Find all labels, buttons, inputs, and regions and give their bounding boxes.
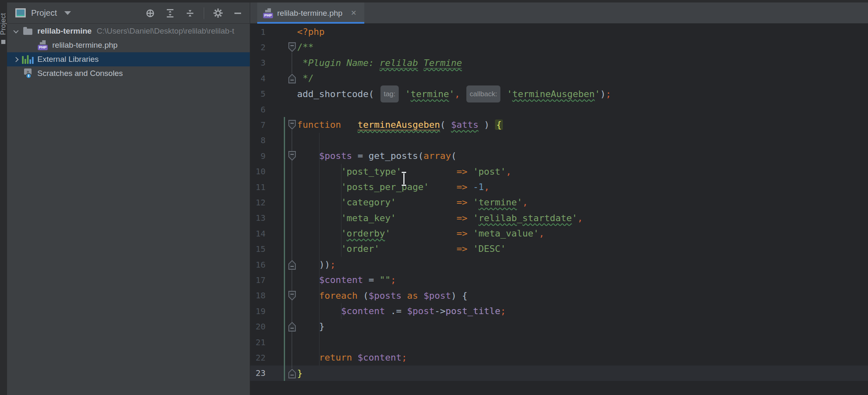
line-number: 7 xyxy=(250,120,266,130)
code-line[interactable]: 4 */ xyxy=(250,71,868,86)
scratches-icon: » xyxy=(23,68,33,78)
code-line[interactable]: 23} xyxy=(250,366,868,381)
code-line[interactable]: 20 } xyxy=(250,319,868,334)
editor-tab-bar: PHP relilab-termine.php ✕ xyxy=(250,2,868,24)
php-file-icon: PHP xyxy=(38,40,48,50)
minus-icon xyxy=(232,8,243,19)
crosshair-icon xyxy=(145,8,156,19)
code-line[interactable]: 19 $content .= $post->post_title; xyxy=(250,303,868,319)
tool-window-bar: Project xyxy=(0,2,7,395)
code-line[interactable]: 14 'orderby' => 'meta_value', xyxy=(250,226,868,241)
line-number: 19 xyxy=(250,306,266,316)
tree-item-label: External Libraries xyxy=(37,55,99,64)
hide-panel-button[interactable] xyxy=(232,7,244,20)
chevron-down-icon[interactable] xyxy=(64,11,71,15)
code-line[interactable]: 11 'posts_per_page' => -1, xyxy=(250,179,868,195)
collapse-all-button[interactable] xyxy=(184,7,196,20)
libraries-icon xyxy=(22,55,34,64)
project-view-selector[interactable]: Project xyxy=(31,8,57,18)
project-view-icon xyxy=(15,8,26,17)
line-number: 4 xyxy=(250,73,266,83)
code-text: return $content; xyxy=(297,350,407,365)
code-text: 'posts_per_page' => -1, xyxy=(297,179,490,195)
code-line[interactable]: 12 'category' => 'termine', xyxy=(250,195,868,210)
fold-start-icon[interactable] xyxy=(288,290,296,301)
code-line[interactable]: 2/** xyxy=(250,39,868,55)
line-number: 2 xyxy=(250,42,266,52)
tool-window-square-icon xyxy=(1,40,5,44)
tab-label: relilab-termine.php xyxy=(277,9,342,18)
close-icon[interactable]: ✕ xyxy=(351,9,356,17)
project-panel-header: Project xyxy=(7,2,250,24)
code-text: 'order' => 'DESC' xyxy=(297,241,506,256)
locate-file-button[interactable] xyxy=(144,7,156,20)
gear-icon xyxy=(212,7,224,19)
line-number: 6 xyxy=(250,105,266,115)
project-panel: Project xyxy=(7,2,250,395)
expand-all-icon xyxy=(165,8,176,19)
tool-window-tab-project[interactable]: Project xyxy=(0,13,7,35)
code-line[interactable]: 17 $content = ""; xyxy=(250,272,868,288)
code-line[interactable]: 22 return $content; xyxy=(250,350,868,365)
line-number: 18 xyxy=(250,290,266,300)
code-line[interactable]: 13 'meta_key' => 'relilab_startdate', xyxy=(250,210,868,226)
tree-item-icon-wrap: » xyxy=(22,68,34,78)
tree-item-icon-wrap xyxy=(22,27,34,35)
line-number: 8 xyxy=(250,135,266,145)
code-text: <?php xyxy=(297,24,324,39)
fold-start-icon[interactable] xyxy=(288,119,296,130)
code-line[interactable]: 18 foreach ($posts as $post) { xyxy=(250,288,868,303)
fold-end-icon[interactable] xyxy=(288,73,296,84)
line-number: 14 xyxy=(250,229,266,239)
fold-end-icon[interactable] xyxy=(288,321,296,332)
code-line[interactable]: 16 )); xyxy=(250,257,868,272)
tree-item-relilab-termine[interactable]: relilab-termineC:\Users\Daniel\Desktop\r… xyxy=(7,24,250,38)
tree-item-label: Scratches and Consoles xyxy=(37,69,123,78)
code-line[interactable]: 5add_shortcode( tag: 'termine', callback… xyxy=(250,86,868,102)
chevron-right-icon[interactable] xyxy=(10,58,22,61)
project-panel-toolbar xyxy=(144,2,244,24)
indent-guide xyxy=(341,164,341,257)
code-line[interactable]: 9 $posts = get_posts(array( xyxy=(250,148,868,163)
chevron-down-icon[interactable] xyxy=(10,29,22,33)
php-file-icon: PHP xyxy=(263,8,273,18)
code-line[interactable]: 6 xyxy=(250,102,868,117)
code-line[interactable]: 7function termineAusgeben( $atts ) { xyxy=(250,117,868,132)
fold-start-icon[interactable] xyxy=(288,42,296,53)
fold-end-icon[interactable] xyxy=(288,259,296,270)
code-text: $content = ""; xyxy=(297,272,396,288)
code-line[interactable]: 21 xyxy=(250,334,868,350)
settings-button[interactable] xyxy=(212,7,224,20)
line-number: 5 xyxy=(250,89,266,99)
tree-item-relilab-termine-php[interactable]: PHPrelilab-termine.php xyxy=(7,38,250,52)
tree-item-label: relilab-termine.php xyxy=(52,41,117,50)
code-line[interactable]: 1<?php xyxy=(250,24,868,39)
tree-item-scratches-and-consoles[interactable]: »Scratches and Consoles xyxy=(7,66,250,80)
line-number: 21 xyxy=(250,337,266,347)
folder-icon xyxy=(23,29,32,35)
line-number: 9 xyxy=(250,151,266,161)
line-number: 11 xyxy=(250,182,266,192)
tab-relilab-termine-php[interactable]: PHP relilab-termine.php ✕ xyxy=(257,2,364,24)
code-line[interactable]: 3 *Plugin Name: relilab Termine xyxy=(250,55,868,71)
code-text: function termineAusgeben( $atts ) { xyxy=(297,117,503,132)
code-lines: 1<?php2/**3 *Plugin Name: relilab Termin… xyxy=(250,24,868,381)
fold-start-icon[interactable] xyxy=(288,151,296,161)
toolbar-separator xyxy=(204,7,204,19)
ibeam-mouse-cursor xyxy=(403,173,405,185)
code-text: */ xyxy=(297,71,314,86)
fold-end-icon[interactable] xyxy=(288,368,296,379)
line-number: 17 xyxy=(250,275,266,285)
code-editor[interactable]: 1<?php2/**3 *Plugin Name: relilab Termin… xyxy=(250,24,868,395)
tree-item-external-libraries[interactable]: External Libraries xyxy=(7,52,250,66)
code-line[interactable]: 10 'post_type' => 'post', xyxy=(250,164,868,179)
project-tree: relilab-termineC:\Users\Daniel\Desktop\r… xyxy=(7,24,250,80)
expand-all-button[interactable] xyxy=(164,7,176,20)
code-line[interactable]: 8 xyxy=(250,133,868,148)
code-line[interactable]: 15 'order' => 'DESC' xyxy=(250,241,868,256)
code-text: } xyxy=(297,366,302,381)
line-number: 22 xyxy=(250,353,266,363)
code-text: $content .= $post->post_title; xyxy=(297,303,506,319)
line-number: 13 xyxy=(250,213,266,223)
line-number: 16 xyxy=(250,260,266,270)
